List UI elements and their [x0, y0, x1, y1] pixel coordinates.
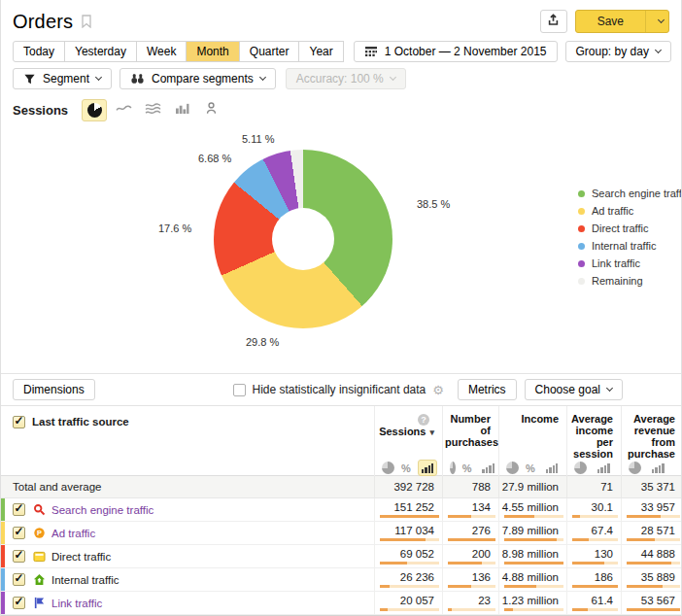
direct-traffic-icon — [32, 551, 46, 563]
bars-view-icon[interactable] — [594, 460, 614, 476]
svg-text:P: P — [37, 529, 42, 537]
compare-segments-dropdown[interactable]: Compare segments — [119, 68, 276, 89]
cell-purchases: 200 — [443, 545, 498, 560]
percent-view-icon[interactable]: % — [526, 462, 535, 474]
percent-view-icon[interactable]: % — [462, 462, 472, 474]
cell-sessions: 26 236 — [375, 568, 442, 583]
legend-bullet — [578, 225, 585, 232]
segment-label: Segment — [43, 72, 89, 86]
row-color-stripe — [1, 545, 5, 567]
person-icon — [204, 101, 219, 119]
bars-view-icon[interactable] — [648, 460, 668, 476]
row-link[interactable]: Ad traffic — [51, 528, 95, 539]
legend-item[interactable]: Ad traffic — [578, 202, 682, 220]
row-checkbox[interactable]: ✓ — [13, 550, 25, 563]
cell-avg-revenue: 28 571 — [622, 522, 682, 536]
calendar-range-button[interactable]: 1 October — 2 November 2015 — [354, 41, 558, 62]
accuracy-label: Accuracy: 100 % — [296, 72, 384, 86]
pie-view-icon[interactable] — [506, 462, 519, 474]
column-header-avg-revenue[interactable]: Average revenue from purchase — [622, 406, 682, 460]
chevron-down-icon — [259, 74, 266, 81]
chart-type-line-button[interactable] — [111, 99, 136, 121]
legend-item[interactable]: Internal traffic — [578, 237, 682, 255]
segment-dropdown[interactable]: Segment — [13, 68, 112, 89]
row-checkbox[interactable]: ✓ — [13, 597, 25, 609]
legend-item[interactable]: Remaining — [578, 272, 682, 290]
range-yesterday[interactable]: Yesterday — [64, 41, 137, 62]
row-color-stripe — [1, 522, 5, 544]
export-button[interactable] — [540, 10, 567, 33]
date-range-toolbar: Today Yesterday Week Month Quarter Year … — [13, 41, 669, 62]
chart-type-pie-button[interactable] — [82, 99, 107, 121]
save-button[interactable]: Save — [576, 11, 645, 32]
pie-view-icon[interactable] — [574, 462, 587, 474]
row-link[interactable]: Search engine traffic — [51, 504, 153, 516]
export-icon — [546, 13, 561, 31]
choose-goal-dropdown[interactable]: Choose goal — [525, 379, 623, 400]
pie-view-icon[interactable] — [382, 462, 394, 474]
column-header-sessions[interactable]: ?Sessions▾ — [375, 406, 442, 438]
row-checkbox[interactable]: ✓ — [13, 503, 25, 516]
row-checkbox[interactable]: ✓ — [13, 527, 25, 539]
chart-type-map-button[interactable] — [198, 99, 223, 121]
table-row: ✓ Search engine traffic 151 252 134 4.55… — [1, 498, 681, 522]
cell-avg-revenue: 44 888 — [622, 545, 682, 560]
legend-item[interactable]: Direct traffic — [578, 220, 682, 237]
help-icon[interactable]: ? — [418, 414, 429, 426]
gear-icon[interactable]: ⚙ — [432, 383, 444, 397]
legend-bullet — [578, 208, 585, 215]
accuracy-dropdown[interactable]: Accuracy: 100 % — [286, 68, 406, 89]
save-dropdown-button[interactable] — [645, 11, 668, 32]
group-by-dropdown[interactable]: Group: by day — [565, 41, 671, 62]
legend-bullet — [578, 278, 585, 285]
range-month[interactable]: Month — [186, 41, 239, 62]
table-row: ✓ Internal traffic 26 236 136 4.88 milli… — [1, 568, 681, 592]
row-link[interactable]: Direct traffic — [51, 551, 111, 563]
sort-desc-icon: ▾ — [429, 428, 434, 437]
column-header-income[interactable]: Income — [499, 406, 566, 425]
legend-label: Remaining — [592, 275, 643, 287]
percent-view-icon[interactable]: % — [401, 462, 411, 474]
pie-view-icon[interactable] — [629, 462, 641, 474]
legend-item[interactable]: Search engine traffic — [578, 185, 682, 202]
row-color-stripe — [1, 568, 5, 591]
total-purchases: 788 — [442, 476, 498, 497]
total-income: 27.9 million — [498, 476, 566, 497]
total-sessions: 392 728 — [374, 476, 442, 497]
chart-type-columns-button[interactable] — [169, 99, 194, 121]
table-row: ✓ P Ad traffic 117 034 276 7.89 million … — [1, 522, 681, 545]
range-quarter[interactable]: Quarter — [239, 41, 300, 62]
row-checkbox[interactable]: ✓ — [13, 573, 25, 586]
sessions-pie-chart: 38.5 % 29.8 % 17.6 % 6.68 % 5.11 % Searc… — [1, 122, 681, 373]
dimensions-button[interactable]: Dimensions — [13, 379, 95, 400]
bars-view-icon[interactable] — [418, 460, 438, 476]
select-all-checkbox[interactable]: ✓ — [13, 416, 25, 428]
legend-item[interactable]: Link traffic — [578, 255, 682, 272]
chart-legend: Search engine traffic Ad traffic Direct … — [578, 185, 682, 290]
cell-purchases: 134 — [443, 498, 498, 513]
range-week[interactable]: Week — [136, 41, 187, 62]
search-traffic-icon — [32, 503, 46, 516]
hide-insignificant-checkbox[interactable] — [233, 384, 246, 396]
pie-view-icon[interactable] — [450, 462, 456, 474]
slice-label-ad: 29.8 % — [246, 336, 279, 348]
column-header-purchases[interactable]: Number of purchases — [443, 406, 498, 448]
slice-label-internal: 6.68 % — [198, 153, 231, 164]
range-year[interactable]: Year — [298, 41, 343, 62]
column-header-avg-income[interactable]: Average income per session — [567, 406, 621, 460]
metrics-button[interactable]: Metrics — [458, 379, 517, 400]
choose-goal-label: Choose goal — [535, 383, 600, 396]
bookmark-icon[interactable] — [81, 15, 92, 28]
cell-sessions: 151 252 — [375, 498, 442, 513]
date-range-label: 1 October — 2 November 2015 — [385, 45, 547, 58]
calendar-icon — [364, 46, 378, 57]
bars-view-icon[interactable] — [542, 460, 563, 476]
row-link[interactable]: Link traffic — [51, 598, 102, 609]
dimension-header[interactable]: Last traffic source — [32, 416, 129, 428]
legend-label: Direct traffic — [592, 222, 648, 234]
range-today[interactable]: Today — [13, 41, 65, 62]
bars-view-icon[interactable] — [478, 460, 498, 476]
chart-type-stacked-button[interactable] — [140, 99, 165, 121]
row-link[interactable]: Internal traffic — [51, 574, 119, 586]
donut-chart[interactable] — [214, 150, 392, 328]
